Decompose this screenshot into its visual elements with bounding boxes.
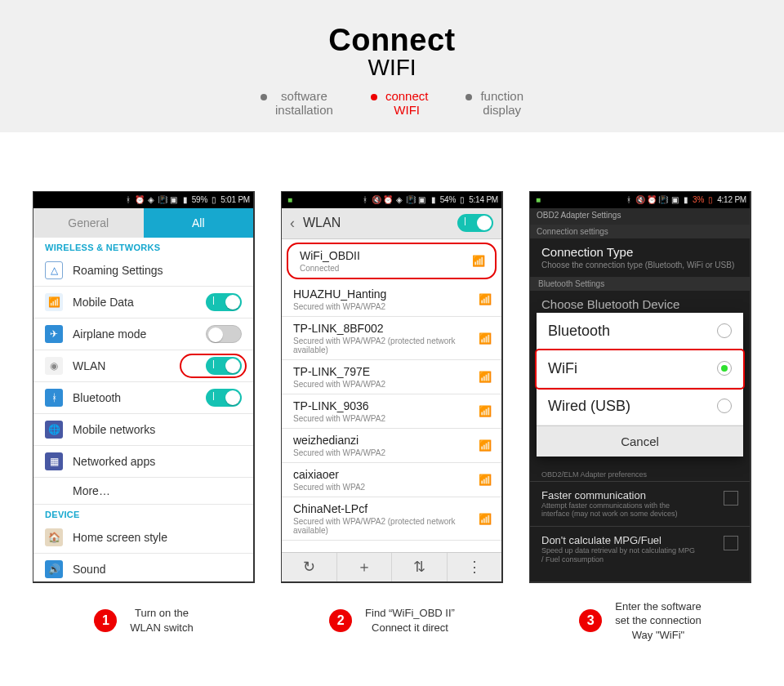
mpg-desc: Speed up data retrieval by not calculati… — [541, 546, 697, 564]
nav-step3-l1: function — [480, 89, 523, 103]
wps-button[interactable]: ⇅ — [392, 553, 448, 581]
network-name: HUAZHU_Hanting — [293, 287, 490, 301]
status-time: 4:12 PM — [717, 195, 746, 204]
row-mobile-networks[interactable]: 🌐 Mobile networks — [33, 414, 253, 446]
caption-3: 3 Enter the software set the connection … — [529, 599, 751, 643]
mpg-title: Don't calculate MPG/Fuel — [541, 534, 697, 546]
network-status: Connected — [300, 264, 483, 273]
row-networked-apps[interactable]: ▦ Networked apps — [33, 446, 253, 478]
network-item[interactable]: weizhedianzi Secured with WPA/WPA2 📶 — [282, 429, 501, 463]
sound-icon: 🔊 — [45, 560, 63, 578]
row-label: Mobile networks — [73, 423, 155, 436]
overflow-menu-button[interactable]: ⋮ — [448, 553, 502, 581]
network-status: Secured with WPA/WPA2 — [293, 302, 490, 311]
row-connection-type[interactable]: Connection Type Choose the connection ty… — [530, 238, 750, 278]
bluetooth-settings-label: Bluetooth Settings — [530, 277, 750, 291]
phone-2: ■ ᚼ 🔇 ⏰ ◈ 📳 ▣ ▮ 54% ▯ 5:14 PM ‹ WLAN WiF… — [281, 191, 503, 583]
vibrate-icon: 📳 — [406, 195, 416, 205]
mobile-data-icon: 📶 — [45, 293, 63, 311]
nav-step-connect-wifi[interactable]: connectWIFI — [371, 89, 429, 118]
cancel-button[interactable]: Cancel — [537, 425, 743, 457]
airplane-icon: ✈ — [45, 325, 63, 343]
row-label: Bluetooth — [73, 391, 121, 404]
status-bar: ■ ᚼ 🔇 ⏰ ◈ 📳 ▣ ▮ 54% ▯ 5:14 PM — [282, 192, 501, 208]
option-bluetooth[interactable]: Bluetooth — [537, 313, 743, 350]
connection-type-desc: Choose the connection type (Bluetooth, W… — [541, 261, 738, 271]
network-item[interactable]: TP-LINK_797E Secured with WPA/WPA2 📶 — [282, 360, 501, 394]
caption-line: Turn on the — [135, 607, 189, 619]
wifi-icon: ◈ — [394, 195, 404, 205]
network-status: Secured with WPA/WPA2 — [293, 380, 490, 389]
section-device: DEVICE — [33, 505, 253, 522]
network-status: Secured with WPA/WPA2 (protected network… — [293, 517, 490, 535]
bluetooth-toggle[interactable] — [206, 389, 242, 407]
alarm-icon: ⏰ — [135, 195, 145, 205]
battery-pct: 59% — [192, 195, 207, 204]
row-sound[interactable]: 🔊 Sound — [33, 554, 253, 583]
row-wlan[interactable]: ◉ WLAN — [33, 350, 253, 382]
wifi-signal-icon: 📶 — [479, 371, 492, 383]
row-label: Home screen style — [73, 531, 167, 544]
tab-general[interactable]: General — [33, 208, 144, 238]
network-name: TP-LINK_9036 — [293, 399, 490, 412]
network-item[interactable]: caixiaoer Secured with WPA2 📶 — [282, 463, 501, 497]
mute-icon: 🔇 — [372, 195, 381, 205]
nav-step-software[interactable]: softwareinstallation — [261, 89, 333, 118]
wlan-title: WLAN — [303, 216, 449, 230]
refresh-button[interactable]: ↻ — [282, 553, 337, 581]
radio-icon — [717, 323, 732, 338]
row-roaming-settings[interactable]: △ Roaming Settings — [33, 255, 253, 287]
nav-step-function-display[interactable]: functiondisplay — [466, 89, 523, 118]
steps-nav: softwareinstallation connectWIFI functio… — [0, 89, 784, 118]
network-item[interactable]: ChinaNet-LPcf Secured with WPA/WPA2 (pro… — [282, 497, 501, 541]
network-wifi-obdii[interactable]: WiFi_OBDII Connected 📶 — [287, 243, 497, 279]
nav-step1-l1: software — [281, 89, 327, 103]
network-item[interactable]: TP-LINK_9036 Secured with WPA/WPA2 📶 — [282, 394, 501, 429]
battery-pct: 3% — [693, 195, 704, 204]
faster-checkbox[interactable] — [724, 491, 738, 506]
phone-3: ■ ᚼ 🔇 ⏰ 📳 ▣ ▮ 3% ▯ 4:12 PM OBD2 Adapter … — [529, 191, 751, 583]
wifi-icon: ◉ — [45, 357, 63, 375]
wlan-header: ‹ WLAN — [282, 208, 501, 239]
row-bluetooth[interactable]: ᚼ Bluetooth — [33, 382, 253, 414]
row-home-screen-style[interactable]: 🏠 Home screen style — [33, 522, 253, 554]
phone-1: ᚼ ⏰ ◈ 📳 ▣ ▮ 59% ▯ 5:01 PM General All WI… — [33, 191, 255, 583]
row-faster-communication[interactable]: Faster communication Attempt faster comm… — [530, 481, 750, 527]
row-mobile-data[interactable]: 📶 Mobile Data — [33, 287, 253, 318]
obd2-settings-header: OBD2 Adapter Settings — [530, 208, 750, 225]
radio-icon — [717, 399, 732, 413]
caption-line: Find “WiFi_OBD II” — [365, 607, 455, 619]
alarm-icon: ⏰ — [383, 195, 393, 205]
option-wired-usb[interactable]: Wired (USB) — [537, 388, 743, 425]
status-time: 5:01 PM — [220, 195, 250, 204]
mobile-data-toggle[interactable] — [206, 293, 242, 311]
row-label: Roaming Settings — [73, 264, 163, 277]
network-name: weizhedianzi — [293, 434, 490, 447]
signal-icon: ▮ — [681, 195, 691, 205]
airplane-toggle[interactable] — [206, 325, 242, 343]
option-wifi[interactable]: WiFi — [537, 350, 743, 388]
network-item[interactable]: HUAZHU_Hanting Secured with WPA/WPA2 📶 — [282, 283, 501, 317]
add-network-button[interactable]: ＋ — [337, 553, 393, 581]
network-name: ChinaNet-LPcf — [293, 502, 490, 515]
wlan-master-toggle[interactable] — [457, 214, 493, 232]
nav-step1-l2: installation — [275, 103, 333, 117]
network-name: caixiaoer — [293, 468, 490, 481]
mpg-checkbox[interactable] — [724, 536, 738, 550]
row-more[interactable]: More… — [33, 478, 253, 505]
dot-icon — [466, 94, 472, 100]
nav-step2-l1: connect — [385, 89, 429, 103]
step-number-badge: 3 — [579, 609, 602, 632]
row-label: More… — [73, 484, 110, 497]
wlan-toggle[interactable] — [206, 357, 242, 375]
step-number-badge: 2 — [329, 609, 352, 632]
row-dont-calculate-mpg[interactable]: Don't calculate MPG/Fuel Speed up data r… — [530, 526, 750, 572]
tab-all[interactable]: All — [144, 208, 254, 238]
back-icon[interactable]: ‹ — [290, 215, 295, 232]
caption-2: 2 Find “WiFi_OBD II” Connect it direct — [281, 599, 503, 643]
step-number-badge: 1 — [94, 609, 117, 632]
option-label: Wired (USB) — [548, 398, 630, 415]
network-item[interactable]: TP-LINK_8BF002 Secured with WPA/WPA2 (pr… — [282, 317, 501, 360]
row-airplane-mode[interactable]: ✈ Airplane mode — [33, 318, 253, 350]
wifi-signal-icon: 📶 — [472, 255, 485, 267]
